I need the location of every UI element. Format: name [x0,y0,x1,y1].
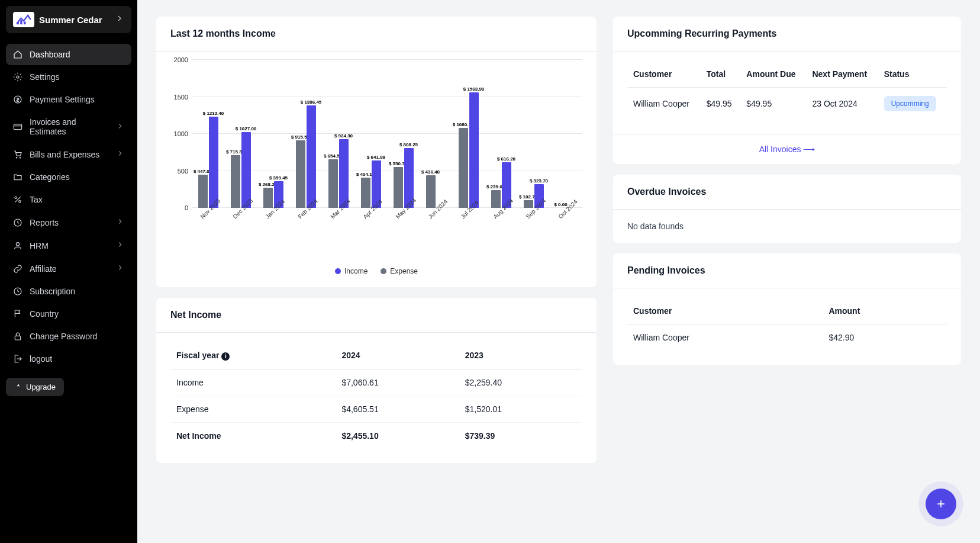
row-label: Income [170,369,336,396]
row-value-2024: $4,605.51 [336,396,459,422]
row-label: Expense [170,396,336,422]
upgrade-button[interactable]: Upgrade [6,378,64,396]
bar-expense[interactable]: $ 268.24 [263,188,273,208]
sidebar-item-dashboard[interactable]: Dashboard [6,44,131,65]
home-icon [13,50,22,59]
sidebar-item-subscription[interactable]: Subscription [6,281,131,302]
company-name: Summer Cedar [39,15,110,25]
sidebar-item-label: Invoices and Estimates [30,117,109,136]
y-tick: 1500 [174,94,188,101]
sidebar-item-label: Subscription [30,287,75,296]
bar-expense[interactable]: $ 654.50 [328,159,338,208]
bar-group: $ 447.06$ 1232.40 [198,117,218,208]
bar-group: $ 715.30$ 1027.00 [231,132,251,208]
sidebar-item-settings[interactable]: Settings [6,66,131,88]
pending-table: Customer Amount William Cooper$42.90 [627,298,947,351]
chevron-right-icon [116,217,124,227]
sidebar-item-label: Settings [30,72,60,82]
recurring-card: Upcomming Recurring Payments CustomerTot… [613,17,961,164]
cart-icon [13,150,22,159]
sidebar-item-change-password[interactable]: Change Password [6,326,131,347]
bar-income[interactable]: $ 1232.40 [209,117,218,208]
bar-value-label: $ 1232.40 [203,111,224,116]
pending-amount-header: Amount [823,298,947,324]
svg-rect-2 [24,22,26,25]
bar-expense[interactable]: $ 447.06 [198,175,208,208]
sidebar-item-bills-and-expenses[interactable]: Bills and Expenses [6,143,131,165]
logout-icon [13,354,22,364]
link-icon [13,264,22,274]
pending-customer-header: Customer [627,298,823,324]
bar-income[interactable]: $ 1027.00 [241,132,251,208]
row-value-2024: $7,060.61 [336,369,459,396]
sidebar-item-reports[interactable]: Reports [6,211,131,233]
user-icon [13,241,22,250]
company-selector[interactable]: Summer Cedar [6,6,131,33]
bar-expense[interactable]: $ 715.30 [231,155,240,208]
pending-row[interactable]: William Cooper$42.90 [627,324,947,351]
sidebar-item-categories[interactable]: Categories [6,166,131,188]
sidebar-item-label: Country [30,309,59,319]
sidebar-item-label: Dashboard [30,50,70,59]
sidebar-item-label: Payment Settings [30,95,95,104]
svg-rect-5 [14,124,21,130]
bar-value-label: $ 1563.90 [463,86,485,92]
bar-expense[interactable]: $ 550.78 [394,167,403,208]
sidebar-item-label: Categories [30,172,70,182]
chevron-right-icon [116,264,124,274]
overdue-empty: No data founds [613,210,961,243]
row-value-2023: $1,520.01 [459,396,582,422]
legend-dot-expense [381,268,386,274]
bar-expense[interactable]: $ 102.70 [524,200,533,208]
all-invoices-link[interactable]: All Invoices ⟶ [759,144,815,154]
bar-value-label: $ 323.70 [530,178,548,184]
lock-icon [13,332,22,341]
recurring-cell-customer: William Cooper [627,88,701,120]
bar-value-label: $ 616.20 [497,156,515,162]
row-value-2024: $2,455.10 [336,422,459,449]
income-chart-title: Last 12 months Income [156,17,597,52]
pending-title: Pending Invoices [613,253,961,288]
sidebar-item-label: Change Password [30,332,97,341]
sidebar-item-label: logout [30,354,52,364]
chevron-right-icon [115,14,124,25]
recurring-row[interactable]: William Cooper$49.95$49.9523 Oct 2024Upc… [627,88,947,120]
bar-income[interactable]: $ 1563.90 [469,92,479,208]
net-income-card: Net Income Fiscal yeari 2024 2023 Income… [156,298,597,463]
status-badge: Upcomming [884,96,936,111]
bar-group: $ 915.58$ 1386.45 [296,105,316,208]
bar-income[interactable]: $ 1386.45 [307,105,316,208]
sidebar-item-invoices-and-estimates[interactable]: Invoices and Estimates [6,111,131,142]
bar-expense[interactable]: $ 436.48 [426,175,436,208]
overdue-title: Overdue Invoices [613,175,961,210]
net-income-title: Net Income [156,298,597,333]
info-icon[interactable]: i [221,352,230,361]
svg-point-8 [20,157,20,158]
chart-legend: Income Expense [167,267,586,275]
recurring-cell-status: Upcomming [878,88,947,120]
row-label: Net Income [170,422,336,449]
sidebar-item-country[interactable]: Country [6,303,131,324]
bar-expense[interactable]: $ 404.14 [361,178,370,208]
y-tick: 0 [185,204,188,211]
sidebar-item-tax[interactable]: Tax [6,189,131,210]
card-icon [13,122,22,131]
recurring-cell-total: $49.95 [701,88,741,120]
legend-dot-income [335,268,341,274]
sidebar-item-hrm[interactable]: HRM [6,234,131,256]
net-income-row: Net Income$2,455.10$739.39 [170,422,582,449]
upgrade-label: Upgrade [26,383,56,391]
bar-expense[interactable]: $ 1080.10 [459,128,468,208]
bar-expense[interactable]: $ 915.58 [296,140,305,208]
bar-value-label: $ 641.88 [367,155,385,160]
sidebar-item-payment-settings[interactable]: Payment Settings [6,89,131,110]
sidebar-item-logout[interactable]: logout [6,348,131,370]
add-button[interactable] [926,489,956,519]
sidebar-item-affiliate[interactable]: Affiliate [6,258,131,279]
bar-expense[interactable]: $ 239.63 [491,190,501,208]
flag-icon [13,309,22,319]
net-income-row: Income$7,060.61$2,259.40 [170,369,582,396]
row-value-2023: $2,259.40 [459,369,582,396]
svg-rect-1 [20,20,22,24]
gear-icon [13,72,22,82]
